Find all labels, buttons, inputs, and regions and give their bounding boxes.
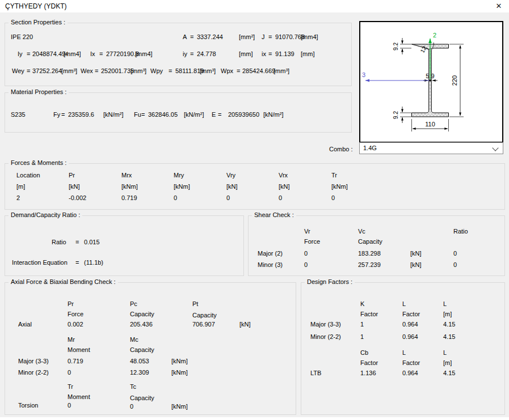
column-header: Factor <box>402 359 420 366</box>
prop-label-Wpy: Wpy <box>150 67 163 74</box>
prop-unit-Wex: [mm³] <box>131 67 146 74</box>
column-header: Cb <box>360 349 368 356</box>
column-header: Force <box>68 311 83 317</box>
cell-value: 1 <box>360 333 364 340</box>
cell-value: 0 <box>453 250 457 257</box>
column-header: Pr <box>68 300 74 307</box>
combo-label: Combo : <box>329 146 353 152</box>
prop-label-ix: ix <box>262 50 266 57</box>
row-label: Major (3-3) <box>18 358 49 364</box>
section-properties-group: Section Properties : IPE 220 A = 3337.24… <box>5 23 352 86</box>
column-header: Location <box>16 172 40 179</box>
column-header: L <box>443 349 447 356</box>
prop-value-Ix: 27720190.8 <box>106 50 139 57</box>
cell-value: 4.15 <box>443 370 455 376</box>
prop-label-iy: iy <box>183 50 187 57</box>
column-unit: [kN] <box>69 183 80 190</box>
prop-label-Fy: Fy <box>53 111 60 118</box>
cell-value: 0 <box>174 194 177 201</box>
section-centroid-marker <box>429 79 431 82</box>
prop-value-A: 3337.244 <box>197 33 223 40</box>
cell-value: 0.964 <box>402 321 418 328</box>
close-icon[interactable]: ✕ <box>493 1 504 11</box>
cell-unit: [kNm] <box>171 403 188 410</box>
prop-label-Ix: Ix <box>90 50 95 57</box>
prop-unit-Wpx: [mm³] <box>274 67 289 74</box>
cell-unit: [kN] <box>410 261 422 268</box>
row-label: Minor (2-2) <box>310 333 341 340</box>
column-header: Tc <box>130 383 136 390</box>
cell-value: 706.907 <box>192 321 215 328</box>
column-header: Mc <box>130 336 138 343</box>
equals-sign: = <box>268 33 272 40</box>
cell-value: 4.15 <box>443 321 455 328</box>
column-header: Moment <box>68 393 90 400</box>
prop-value-ix: 91.139 <box>275 50 295 57</box>
column-header: Capacity <box>130 311 154 317</box>
prop-label-J: J <box>262 33 265 40</box>
column-header: Factor <box>402 311 420 317</box>
equals-sign: = <box>75 239 79 245</box>
material-properties-group: Material Properties : S235 Fy = 235359.6… <box>5 92 352 133</box>
combo-selected-value: 1.4G <box>363 145 377 151</box>
cell-value: 0 <box>304 261 308 268</box>
cell-value: 0 <box>331 194 335 201</box>
design-factors-group: Design Factors : K L L Factor Factor [m]… <box>301 282 505 415</box>
axis-3-label: 3 <box>362 71 365 78</box>
prop-unit-iy: [mm] <box>239 50 253 57</box>
dim-flange-thickness-bottom: 9.2 <box>393 111 399 119</box>
prop-label-Fu: Fu <box>134 111 141 118</box>
cell-value: -0.002 <box>69 194 86 201</box>
column-header: Vr <box>304 228 310 235</box>
cell-value: 0.964 <box>402 333 418 340</box>
group-title: Design Factors : <box>305 278 355 285</box>
column-header: L <box>402 349 406 356</box>
cell-unit: [kNm] <box>171 369 188 376</box>
group-title: Forces & Moments : <box>9 159 69 166</box>
cell-value: 0 <box>453 261 457 268</box>
column-unit: [kNm] <box>121 183 138 190</box>
equals-sign: = <box>218 111 221 118</box>
prop-value-Wey: 37252.264 <box>32 67 62 74</box>
column-header: Pt <box>192 300 198 307</box>
prop-unit-Fy: [kN/m²] <box>103 111 123 118</box>
equals-sign: = <box>141 111 145 118</box>
cell-value: 1.136 <box>360 370 376 376</box>
prop-unit-E: [kN/m²] <box>263 111 283 118</box>
prop-label-Wpx: Wpx <box>221 67 233 74</box>
dim-flange-thickness-top: 9.2 <box>393 43 399 50</box>
equals-sign: = <box>95 67 98 74</box>
cell-value: 183.298 <box>358 250 381 257</box>
group-title: Demand/Capacity Ratio : <box>9 211 82 218</box>
cell-value: 0.719 <box>68 358 83 364</box>
column-header: Tr <box>68 383 73 390</box>
ratio-value: 0.015 <box>84 239 100 245</box>
combo-select[interactable]: 1.4G <box>359 142 503 154</box>
group-title: Shear Check : <box>252 211 296 218</box>
column-header: Tr <box>331 172 337 179</box>
column-header: Vry <box>226 172 235 179</box>
chevron-down-icon <box>492 145 498 151</box>
row-label: Major (3-3) <box>310 321 341 328</box>
cell-value: 0 <box>68 369 71 376</box>
cell-value: 0 <box>226 194 230 201</box>
prop-unit-ix: [mm] <box>301 50 314 57</box>
prop-label-A: A <box>183 33 187 40</box>
cell-value: 205.436 <box>130 321 153 328</box>
section-name: IPE 220 <box>11 33 33 40</box>
material-name: S235 <box>11 111 26 118</box>
prop-unit-Iy: [mm4] <box>64 50 81 57</box>
prop-unit-Ix: [mm4] <box>135 50 153 57</box>
cell-unit: [kN] <box>239 321 251 328</box>
dim-flange-width: 110 <box>425 121 435 128</box>
column-header: Capacity <box>358 238 382 245</box>
interaction-equation-label: Interaction Equation <box>12 259 68 266</box>
column-header: Pr <box>69 172 75 179</box>
design-check-dialog: ÇYTHYEDY (YDKT) ✕ Section Properties : I… <box>0 0 509 420</box>
cell-unit: [kNm] <box>171 358 188 364</box>
column-unit: [kNm] <box>174 183 190 190</box>
cell-value: 0 <box>130 403 133 410</box>
column-header: K <box>360 300 364 307</box>
cell-value: 48.053 <box>130 358 149 364</box>
group-title: Section Properties : <box>9 19 68 26</box>
